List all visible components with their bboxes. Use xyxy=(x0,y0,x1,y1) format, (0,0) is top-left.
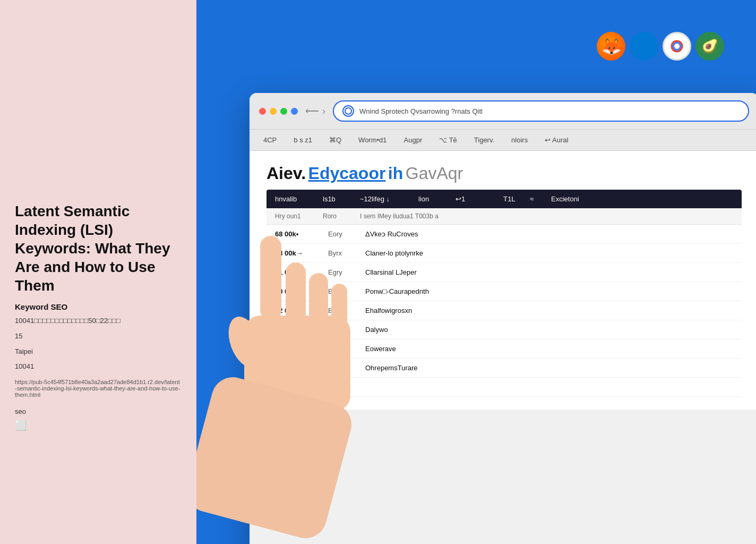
table-row[interactable]: 82 00k• Bury Ehalfowigrosxn xyxy=(267,301,742,320)
browser-logos: 🦊 🥑 xyxy=(597,32,724,61)
tab-worm[interactable]: Worm•d1 xyxy=(354,134,391,146)
article-meta-line3: Taipei xyxy=(15,346,182,358)
article-bookmark-icon: ⬜ xyxy=(15,420,182,431)
tab-tigerv[interactable]: Tigerv. xyxy=(470,134,499,146)
edge-logo xyxy=(630,32,658,61)
page-title-part3: ih xyxy=(388,164,403,183)
tab-nloirs[interactable]: nloirs xyxy=(507,134,532,146)
table-rows-container: 68 00k• Eory ΔVkeɔ RuCroves 13 00k→ Byrx… xyxy=(267,225,742,397)
maximize-button[interactable] xyxy=(280,108,287,115)
tab-augpr[interactable]: Augpr xyxy=(400,134,427,146)
th-ls1b: ls1b xyxy=(323,195,349,203)
tab-0[interactable]: 4CP xyxy=(259,134,281,146)
table-row[interactable]: 81 00k• Egry Cllarsinal LJeper xyxy=(267,263,742,282)
table-row[interactable]: 68 00k• Eory ΔVkeɔ RuCroves xyxy=(267,225,742,244)
browser-tabs: 4CP b s z1 ⌘Q Worm•d1 Augpr ⌥ Tē Tigerv.… xyxy=(250,130,756,151)
left-sidebar: Latent Semantic Indexing (LSI) Keywords:… xyxy=(0,0,196,544)
back-icon[interactable]: ⟵ xyxy=(305,105,319,117)
browser-window: ⟵ › Wnind Sprotech Qvsarrowing ?rnats Qi… xyxy=(250,93,756,544)
cell-name: Bylɡ xyxy=(328,287,355,295)
chrome-logo xyxy=(663,32,691,61)
th-excietoni: Excietoni xyxy=(551,195,733,203)
cell-volume: 82 00k• xyxy=(275,307,317,314)
browser-content: Aiev. Edycaoor ih GavAqr hnvalib ls1b ~1… xyxy=(250,151,756,410)
table-row[interactable]: 32 00k• Bory Eowerave xyxy=(267,339,742,359)
address-bar[interactable]: Wnind Sprotech Qvsarrowing ?rnats Qitl xyxy=(333,100,749,122)
page-title-part4: GavAqr xyxy=(406,164,463,183)
th-arrow: ↩1 xyxy=(456,195,471,203)
sub-roro: Roro xyxy=(323,212,349,220)
cell-name: Bory xyxy=(328,345,355,353)
cell-keyword: OhrepemsTurare xyxy=(365,364,733,372)
extra-button[interactable] xyxy=(291,108,298,115)
article-meta-line4: 10041 xyxy=(15,361,182,372)
address-text[interactable]: Wnind Sprotech Qvsarrowing ?rnats Qitl xyxy=(359,107,740,115)
article-meta-line2: 15 xyxy=(15,331,182,342)
page-title-part1: Aiev. xyxy=(267,164,306,183)
article-title: Latent Semantic Indexing (LSI) Keywords:… xyxy=(15,202,182,295)
cell-name: Bury xyxy=(328,307,355,314)
cell-keyword: ΔVkeɔ RuCroves xyxy=(365,230,733,238)
minimize-button[interactable] xyxy=(270,108,277,115)
th-t1l: T1L xyxy=(503,195,519,203)
table-header: hnvalib ls1b ~12lifeg ↓ lion ↩1 T1L ≈ Ex… xyxy=(267,190,742,208)
firefox-logo: 🦊 xyxy=(597,32,625,61)
cell-keyword: Eowerave xyxy=(365,345,733,353)
cell-volume: 32 00k• xyxy=(275,345,317,353)
cell-volume: 8F 00k• xyxy=(275,383,317,391)
cell-keyword: Ponw□-Caurapednth xyxy=(365,287,733,295)
close-button[interactable] xyxy=(259,108,266,115)
th-hnvalib: hnvalib xyxy=(275,195,312,203)
table-row[interactable]: 13 00k→ Byrx Claner-lo ptolynrke xyxy=(267,244,742,263)
th-approx: ≈ xyxy=(530,195,540,203)
tab-2[interactable]: ⌘Q xyxy=(325,134,346,146)
table-subheader: Hry oun1 Roro I sem IMey iludua1 T003b a xyxy=(267,208,742,225)
cell-volume: SO 00k• xyxy=(275,364,317,372)
article-tag: seo xyxy=(15,407,182,415)
article-url[interactable]: https://pub-5c454f571b8e40a3a2aad27ade84… xyxy=(15,379,182,398)
cell-keyword: Claner-lo ptolynrke xyxy=(365,249,733,257)
article-category: Keyword SEO xyxy=(15,302,182,311)
browser-nav: ⟵ › xyxy=(305,105,325,117)
cell-name: Byrx xyxy=(328,249,355,257)
tab-1[interactable]: b s z1 xyxy=(289,134,316,146)
avocado-logo: 🥑 xyxy=(695,32,724,61)
cell-volume: 68 00k• xyxy=(275,230,317,238)
tab-te[interactable]: ⌥ Tē xyxy=(435,134,461,146)
svg-point-1 xyxy=(674,44,680,49)
cell-name: Nillv xyxy=(328,364,355,372)
cell-volume: 80 00k• xyxy=(275,287,317,295)
table-row[interactable]: 8F 00k• xyxy=(267,378,742,397)
th-lion: lion xyxy=(418,195,445,203)
article-meta-line1: 10041□□□□□□□□□□□□□50□22□□□ xyxy=(15,316,182,327)
browser-icon xyxy=(342,105,354,117)
cell-keyword: Cllarsinal LJeper xyxy=(365,268,733,276)
cell-volume: 81 00k• xyxy=(275,268,317,276)
forward-icon[interactable]: › xyxy=(322,106,325,117)
sub-desc: I sem IMey iludua1 T003b a xyxy=(360,212,733,220)
cell-keyword: Ehalfowigrosxn xyxy=(365,307,733,314)
cell-name: Rylɡ xyxy=(328,326,355,334)
table-row[interactable]: SO 00k• Nillv OhrepemsTurare xyxy=(267,359,742,378)
table-row[interactable]: 17 00k• Rylɡ Dalywo xyxy=(267,320,742,339)
page-title-block: Aiev. Edycaoor ih GavAqr xyxy=(267,164,742,183)
right-panel: 🦊 🥑 ⟵ › xyxy=(196,0,756,544)
sub-hryoun: Hry oun1 xyxy=(275,212,312,220)
tab-aural[interactable]: ↩ Aural xyxy=(540,134,572,146)
cell-name: Eory xyxy=(328,230,355,238)
cell-name: Egry xyxy=(328,268,355,276)
cell-volume: 17 00k• xyxy=(275,326,317,334)
browser-chrome-bar: ⟵ › Wnind Sprotech Qvsarrowing ?rnats Qi… xyxy=(250,93,756,130)
cell-volume: 13 00k→ xyxy=(275,249,317,257)
th-lifeg: ~12lifeg ↓ xyxy=(360,195,408,203)
cell-keyword: Dalywo xyxy=(365,326,733,334)
traffic-lights xyxy=(259,108,298,115)
page-title-part2: Edycaoor xyxy=(308,164,386,183)
table-row[interactable]: 80 00k• Bylɡ Ponw□-Caurapednth xyxy=(267,282,742,301)
